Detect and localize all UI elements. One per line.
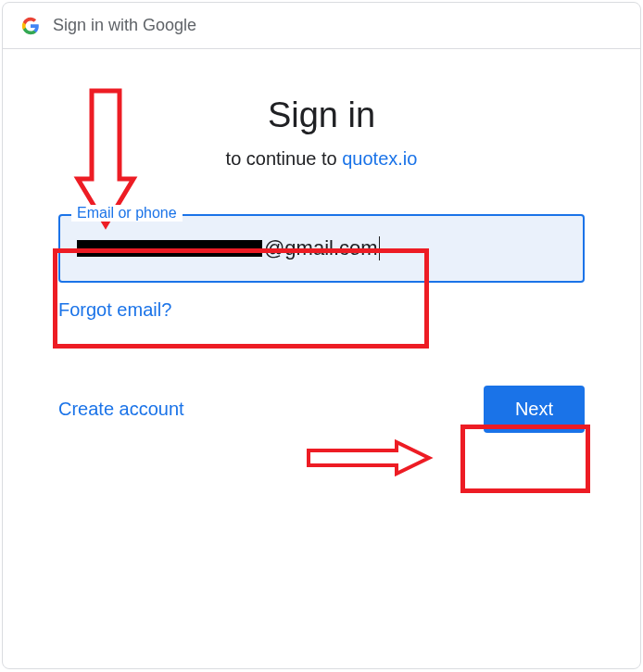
annotation-box-next: [460, 425, 590, 493]
dialog-content: Sign in to continue to quotex.io Email o…: [3, 49, 640, 433]
redacted-text: [77, 240, 262, 257]
annotation-arrow-right-icon: [304, 439, 434, 476]
signin-dialog: Sign in with Google Sign in to continue …: [2, 2, 641, 669]
forgot-email-link[interactable]: Forgot email?: [58, 299, 171, 320]
create-account-link[interactable]: Create account: [58, 399, 184, 419]
email-label: Email or phone: [71, 205, 183, 222]
actions-row: Create account Next: [58, 386, 585, 433]
email-suffix: @gmail.com: [264, 236, 378, 260]
dialog-header: Sign in with Google: [3, 3, 640, 49]
text-cursor-icon: [379, 236, 380, 260]
continue-to-link[interactable]: quotex.io: [342, 148, 417, 169]
email-input-wrapper: Email or phone @gmail.com: [58, 214, 585, 283]
google-logo-icon: [21, 17, 40, 35]
email-field[interactable]: @gmail.com: [58, 214, 585, 283]
subtitle: to continue to quotex.io: [58, 148, 585, 170]
next-button[interactable]: Next: [484, 386, 585, 433]
subtitle-prefix: to continue to: [226, 148, 343, 169]
forgot-email-row: Forgot email?: [58, 299, 585, 321]
header-title: Sign in with Google: [53, 16, 196, 35]
page-title: Sign in: [58, 95, 585, 135]
